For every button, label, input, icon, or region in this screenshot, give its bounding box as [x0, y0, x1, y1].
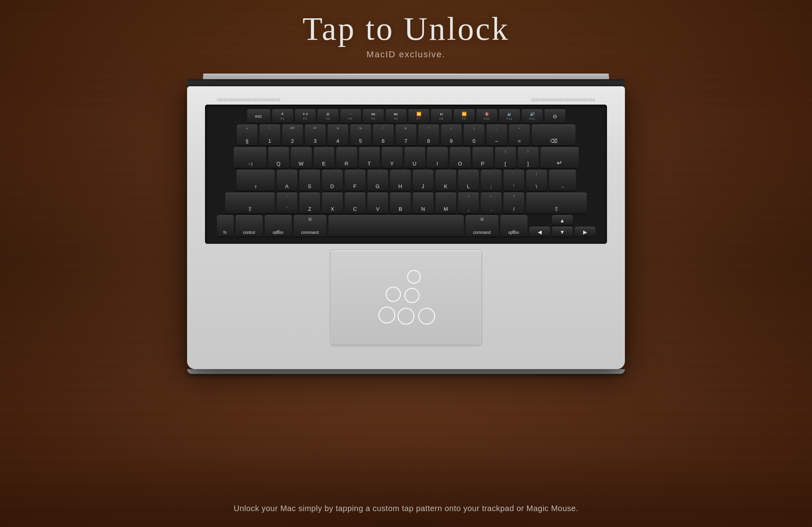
key-equals[interactable]: + =: [509, 124, 530, 145]
key-f7[interactable]: ⏪F7: [408, 109, 429, 123]
key-6[interactable]: ^ 6: [373, 124, 394, 145]
key-f3[interactable]: ⊞F3: [318, 109, 338, 123]
key-space[interactable]: [328, 215, 464, 236]
key-h[interactable]: H: [390, 170, 411, 191]
key-k[interactable]: K: [435, 170, 456, 191]
key-arrow-down[interactable]: ▼: [552, 227, 573, 236]
key-open-bracket[interactable]: { [: [495, 147, 516, 168]
key-x[interactable]: X: [322, 193, 343, 213]
key-s[interactable]: S: [299, 170, 320, 191]
key-caps[interactable]: ⇪: [236, 170, 275, 191]
key-backslash[interactable]: | \: [526, 170, 547, 191]
laptop-lid-top: [203, 74, 609, 79]
speaker-grille-left: [217, 98, 281, 101]
key-b[interactable]: B: [390, 193, 411, 213]
key-w[interactable]: W: [291, 147, 312, 168]
key-shift-right[interactable]: ⇧: [526, 193, 587, 213]
macbook-bottom-edge: [187, 369, 625, 374]
key-command-left[interactable]: ⌘ command: [294, 215, 326, 236]
key-7[interactable]: & 7: [396, 124, 416, 145]
key-minus[interactable]: _ –: [486, 124, 507, 145]
key-f5[interactable]: ⏮F5: [363, 109, 384, 123]
key-tab[interactable]: →|: [234, 147, 266, 168]
key-d[interactable]: D: [322, 170, 343, 191]
key-f6[interactable]: ⏭F6: [386, 109, 406, 123]
key-f8[interactable]: ⏯F8: [431, 109, 452, 123]
key-p[interactable]: P: [472, 147, 493, 168]
key-slash[interactable]: ? /: [504, 193, 524, 213]
key-r[interactable]: R: [336, 147, 357, 168]
keyboard: esc ☀F1 ☀☀F2 ⊞F3 ⋯F4 ⏮F5 ⏭F6: [205, 105, 607, 244]
key-0[interactable]: ) 0: [464, 124, 484, 145]
key-m[interactable]: M: [435, 193, 456, 213]
key-option-left[interactable]: alt option: [265, 215, 292, 236]
key-3[interactable]: £# 3: [305, 124, 326, 145]
key-o[interactable]: O: [450, 147, 470, 168]
key-i[interactable]: I: [427, 147, 448, 168]
key-arrow-up[interactable]: ▲: [552, 215, 573, 225]
key-semicolon[interactable]: : ;: [481, 170, 502, 191]
key-option-right[interactable]: alt option: [500, 215, 527, 236]
key-9[interactable]: ( 9: [441, 124, 462, 145]
key-f1[interactable]: ☀F1: [272, 109, 293, 123]
key-y[interactable]: Y: [382, 147, 402, 168]
keyboard-row-4: ⇧ ~ ` Z X C V B N M < , > .: [211, 193, 601, 213]
key-t[interactable]: T: [359, 147, 380, 168]
key-esc[interactable]: esc: [247, 109, 270, 123]
key-period[interactable]: > .: [481, 193, 502, 213]
key-n[interactable]: N: [413, 193, 433, 213]
key-power[interactable]: ⏻: [545, 109, 565, 123]
macbook-image: esc ☀F1 ☀☀F2 ⊞F3 ⋯F4 ⏮F5 ⏭F6: [187, 74, 625, 374]
key-f[interactable]: F: [345, 170, 365, 191]
key-1[interactable]: ! 1: [260, 124, 280, 145]
subtitle: MacID exclusive.: [0, 49, 812, 60]
key-8[interactable]: * 8: [418, 124, 439, 145]
key-arrow-right[interactable]: ▶: [575, 227, 595, 236]
key-control[interactable]: control: [236, 215, 263, 236]
trackpad[interactable]: [330, 250, 482, 345]
keyboard-row-2: →| Q W E R T Y U I O P { [ } ]: [211, 147, 601, 168]
key-shift-left[interactable]: ⇧: [225, 193, 275, 213]
key-return[interactable]: ↵: [541, 147, 579, 168]
key-u[interactable]: U: [404, 147, 425, 168]
key-section[interactable]: ± §: [237, 124, 258, 145]
key-l[interactable]: L: [458, 170, 479, 191]
key-f11[interactable]: 🔉F11: [499, 109, 520, 123]
svg-point-5: [419, 308, 435, 324]
key-tilde[interactable]: ~ `: [277, 193, 297, 213]
key-f4[interactable]: ⋯F4: [340, 109, 361, 123]
key-shift-right-small[interactable]: ⇥: [549, 170, 576, 191]
key-f9[interactable]: ⏩F9: [454, 109, 474, 123]
key-backspace[interactable]: ⌫: [532, 124, 576, 145]
key-5[interactable]: % 5: [350, 124, 371, 145]
key-z[interactable]: Z: [299, 193, 320, 213]
key-4[interactable]: $ 4: [328, 124, 348, 145]
speaker-grille-right: [531, 98, 595, 101]
key-a[interactable]: A: [277, 170, 297, 191]
laptop-hinge: [187, 79, 625, 86]
trackpad-area: [205, 250, 607, 345]
keyboard-row-3: ⇪ A S D F G H J K L : ; " ': [211, 170, 601, 191]
key-command-right[interactable]: ⌘ command: [466, 215, 498, 236]
svg-point-4: [398, 308, 414, 324]
key-f10[interactable]: 🔇F10: [476, 109, 497, 123]
key-f12[interactable]: 🔊F12: [522, 109, 543, 123]
key-close-bracket[interactable]: } ]: [518, 147, 539, 168]
key-v[interactable]: V: [367, 193, 388, 213]
bottom-description: Unlock your Mac simply by tapping a cust…: [0, 504, 812, 513]
key-q[interactable]: Q: [268, 147, 289, 168]
svg-point-3: [379, 307, 395, 323]
svg-point-0: [408, 270, 420, 283]
key-c[interactable]: C: [345, 193, 365, 213]
key-arrow-left[interactable]: ◀: [529, 227, 550, 236]
key-g[interactable]: G: [367, 170, 388, 191]
keyboard-row-1: ± § ! 1 @€ 2 £# 3 $ 4: [211, 124, 601, 145]
key-quote[interactable]: " ': [504, 170, 524, 191]
key-e[interactable]: E: [314, 147, 334, 168]
key-j[interactable]: J: [413, 170, 433, 191]
bottom-text-section: Unlock your Mac simply by tapping a cust…: [0, 504, 812, 513]
key-fn[interactable]: fn: [217, 215, 234, 236]
key-f2[interactable]: ☀☀F2: [295, 109, 316, 123]
key-2[interactable]: @€ 2: [282, 124, 303, 145]
key-comma[interactable]: < ,: [458, 193, 479, 213]
